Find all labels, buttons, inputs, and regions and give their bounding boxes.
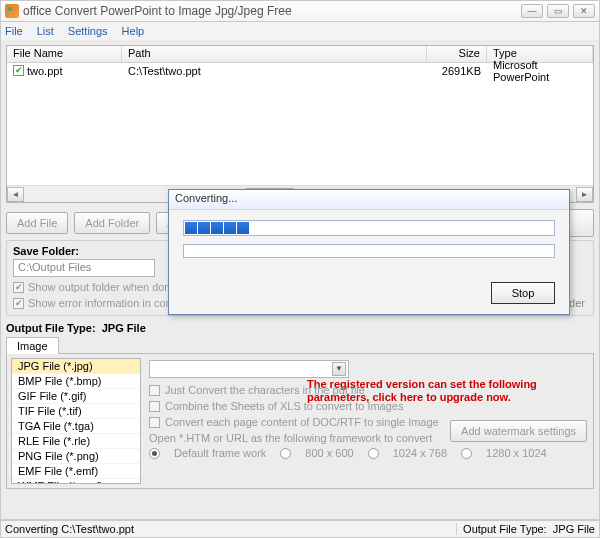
list-item[interactable]: PNG File (*.png) (12, 449, 140, 464)
row-type: Microsoft PowerPoint (487, 59, 593, 83)
tab-image[interactable]: Image (6, 337, 59, 354)
each-page-label: Convert each page content of DOC/RTF to … (165, 416, 439, 428)
fw-800-radio[interactable] (280, 448, 291, 459)
each-page-checkbox[interactable] (149, 417, 160, 428)
list-item[interactable]: RLE File (*.rle) (12, 434, 140, 449)
progress-bar-total (183, 244, 555, 258)
just-convert-label: Just Convert the characters in the pdf f… (165, 384, 365, 396)
row-size: 2691KB (427, 65, 487, 77)
tab-body: JPG File (*.jpg) BMP File (*.bmp) GIF Fi… (6, 353, 594, 489)
menu-list[interactable]: List (37, 25, 54, 37)
row-filename: two.ppt (27, 65, 62, 77)
show-error-checkbox[interactable]: ✔ (13, 298, 24, 309)
output-type-label: Output File Type: JPG File (6, 322, 594, 334)
image-dropdown[interactable]: ▼ (149, 360, 349, 378)
status-left: Converting C:\Test\two.ppt (5, 523, 457, 535)
minimize-button[interactable]: — (521, 4, 543, 18)
row-checkbox[interactable]: ✔ (13, 65, 24, 76)
list-item[interactable]: BMP File (*.bmp) (12, 374, 140, 389)
list-item[interactable]: GIF File (*.gif) (12, 389, 140, 404)
converting-dialog: Converting... Stop (168, 189, 570, 315)
image-options: ▼ Just Convert the characters in the pdf… (145, 354, 593, 488)
fw-default-radio[interactable] (149, 448, 160, 459)
list-item[interactable]: TGA File (*.tga) (12, 419, 140, 434)
show-folder-label: Show output folder when done (28, 281, 177, 293)
tabstrip: Image (6, 336, 594, 353)
dialog-title: Converting... (169, 190, 569, 210)
output-path-input[interactable]: C:\Output Files (13, 259, 155, 277)
chevron-down-icon[interactable]: ▼ (332, 362, 346, 376)
menu-help[interactable]: Help (122, 25, 145, 37)
watermark-button[interactable]: Add watermark settings (450, 420, 587, 442)
scroll-left-icon[interactable]: ◄ (7, 187, 24, 202)
add-file-button[interactable]: Add File (6, 212, 68, 234)
app-icon (5, 4, 19, 18)
menu-settings[interactable]: Settings (68, 25, 108, 37)
menubar: File List Settings Help (0, 22, 600, 40)
combine-xls-label: Combine the Sheets of XLS to convert to … (165, 400, 403, 412)
fw-1024-radio[interactable] (368, 448, 379, 459)
col-filename[interactable]: File Name (7, 46, 122, 62)
row-path: C:\Test\two.ppt (122, 65, 427, 77)
close-button[interactable]: ✕ (573, 4, 595, 18)
scroll-right-icon[interactable]: ► (576, 187, 593, 202)
table-row[interactable]: ✔ two.ppt C:\Test\two.ppt 2691KB Microso… (7, 63, 593, 78)
status-right: Output File Type: JPG File (457, 523, 595, 535)
window-title: office Convert PowerPoint to Image Jpg/J… (23, 4, 521, 18)
col-path[interactable]: Path (122, 46, 427, 62)
fw-1280-radio[interactable] (461, 448, 472, 459)
format-list[interactable]: JPG File (*.jpg) BMP File (*.bmp) GIF Fi… (11, 358, 141, 484)
list-item[interactable]: TIF File (*.tif) (12, 404, 140, 419)
list-item[interactable]: WMF File (*.wmf) (12, 479, 140, 484)
file-list: File Name Path Size Type ✔ two.ppt C:\Te… (6, 45, 594, 203)
combine-xls-checkbox[interactable] (149, 401, 160, 412)
show-folder-checkbox[interactable]: ✔ (13, 282, 24, 293)
list-item[interactable]: JPG File (*.jpg) (12, 359, 140, 374)
list-item[interactable]: EMF File (*.emf) (12, 464, 140, 479)
titlebar: office Convert PowerPoint to Image Jpg/J… (0, 0, 600, 22)
statusbar: Converting C:\Test\two.ppt Output File T… (0, 520, 600, 538)
add-folder-button[interactable]: Add Folder (74, 212, 150, 234)
maximize-button[interactable]: ▭ (547, 4, 569, 18)
col-size[interactable]: Size (427, 46, 487, 62)
progress-bar-file (183, 220, 555, 236)
menu-file[interactable]: File (5, 25, 23, 37)
just-convert-checkbox[interactable] (149, 385, 160, 396)
stop-button[interactable]: Stop (491, 282, 555, 304)
